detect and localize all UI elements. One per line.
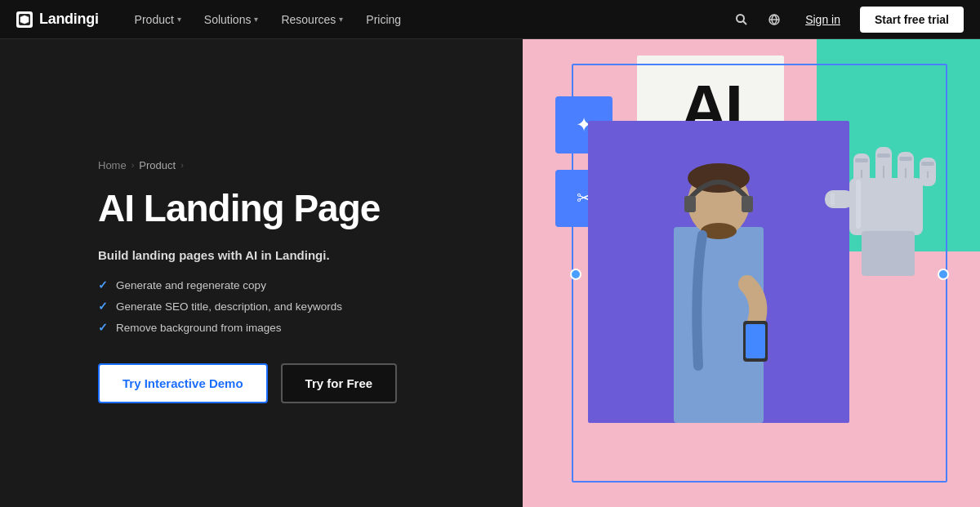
- content-section: Home › Product › AI Landing Page Build l…: [0, 39, 523, 507]
- svg-point-1: [737, 15, 744, 22]
- logo-icon: [16, 11, 33, 28]
- nav-pricing[interactable]: Pricing: [356, 8, 411, 31]
- signin-button[interactable]: Sign in: [795, 8, 850, 31]
- feature-item-3: ✓ Remove background from images: [98, 321, 457, 334]
- svg-rect-27: [921, 162, 934, 166]
- check-icon-2: ✓: [98, 300, 108, 313]
- navbar: Landingi Product ▾ Solutions ▾ Resources…: [0, 0, 980, 39]
- logo[interactable]: Landingi: [16, 11, 99, 28]
- svg-rect-23: [831, 193, 835, 206]
- svg-rect-26: [899, 157, 912, 161]
- feature-text-2: Generate SEO title, description, and key…: [116, 300, 342, 313]
- feature-item-2: ✓ Generate SEO title, description, and k…: [98, 300, 457, 313]
- try-for-free-button[interactable]: Try for Free: [281, 363, 398, 403]
- robot-hand: [784, 121, 980, 284]
- nav-items: Product ▾ Solutions ▾ Resources ▾ Pricin…: [125, 8, 731, 31]
- features-list: ✓ Generate and regenerate copy ✓ Generat…: [98, 278, 457, 334]
- svg-rect-12: [825, 190, 853, 208]
- nav-solutions[interactable]: Solutions ▾: [194, 8, 269, 31]
- hero-subtitle: Build landing pages with AI in Landingi.: [98, 248, 457, 262]
- hero-image-section: AI ✦ ✂: [523, 39, 980, 507]
- svg-rect-22: [856, 180, 861, 229]
- svg-rect-21: [862, 231, 915, 276]
- breadcrumb-product: Product: [139, 159, 176, 171]
- chevron-down-icon: ▾: [254, 15, 258, 24]
- feature-text-3: Remove background from images: [116, 322, 282, 334]
- svg-rect-24: [855, 158, 868, 162]
- chevron-down-icon: ▾: [339, 15, 343, 24]
- try-interactive-demo-button[interactable]: Try Interactive Demo: [98, 363, 268, 403]
- svg-rect-14: [875, 147, 892, 184]
- check-icon-1: ✓: [98, 278, 108, 291]
- svg-rect-25: [877, 153, 890, 158]
- nav-right: Sign in Start free trial: [730, 7, 964, 33]
- breadcrumb-sep-1: ›: [131, 160, 135, 170]
- selection-handle-left: [570, 269, 581, 280]
- breadcrumb-sep-2: ›: [180, 160, 184, 170]
- globe-button[interactable]: [763, 8, 786, 31]
- main-content: Home › Product › AI Landing Page Build l…: [0, 39, 980, 507]
- start-free-trial-button[interactable]: Start free trial: [860, 7, 964, 33]
- check-icon-3: ✓: [98, 321, 108, 334]
- breadcrumb: Home › Product ›: [98, 159, 457, 171]
- cta-buttons: Try Interactive Demo Try for Free: [98, 363, 457, 403]
- chevron-down-icon: ▾: [177, 15, 181, 24]
- page-title: AI Landing Page: [98, 188, 457, 229]
- robot-hand-svg: [800, 129, 980, 276]
- feature-item-1: ✓ Generate and regenerate copy: [98, 278, 457, 291]
- logo-text: Landingi: [39, 11, 99, 28]
- feature-text-1: Generate and regenerate copy: [116, 279, 266, 291]
- nav-product[interactable]: Product ▾: [125, 8, 191, 31]
- breadcrumb-home[interactable]: Home: [98, 159, 127, 171]
- search-button[interactable]: [730, 8, 753, 31]
- nav-resources[interactable]: Resources ▾: [271, 8, 353, 31]
